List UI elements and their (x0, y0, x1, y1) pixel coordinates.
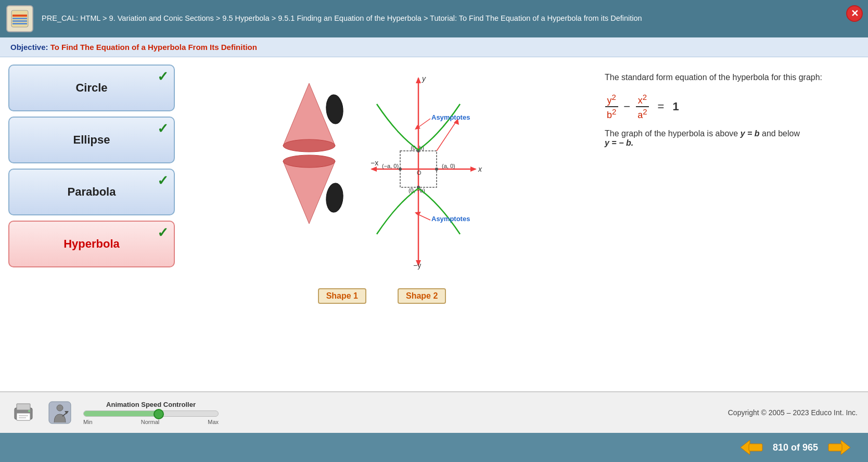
content-row: Circle ✓ Ellipse ✓ Parabola ✓ Hyperbola … (0, 57, 868, 391)
hyperbola-diagram: y x −y −x (0, b) (0, −b) (a, 0) (−a, 0) … (278, 68, 486, 286)
shape-buttons: Shape 1 Shape 2 (318, 288, 446, 304)
graph-desc-text2: and below (762, 129, 800, 138)
svg-point-42 (28, 410, 30, 412)
svg-text:O: O (417, 170, 422, 176)
speed-ticks: Min Normal Max (83, 419, 219, 425)
asymptotes-label-top: Asymptotes (431, 113, 470, 121)
svg-text:x: x (478, 165, 482, 173)
graph-desc-text1: The graph of the hyperbola is above (605, 129, 738, 138)
y-equals-neg-b: y = − b. (605, 138, 633, 147)
shape2-button[interactable]: Shape 2 (398, 288, 446, 304)
nav-btn-parabola[interactable]: Parabola ✓ (8, 169, 175, 215)
nav-bottom: 810 of 965 (0, 433, 868, 462)
svg-rect-3 (12, 20, 27, 22)
svg-text:(0, −b): (0, −b) (409, 187, 425, 194)
svg-marker-47 (741, 440, 750, 455)
speed-min-label: Min (83, 419, 93, 425)
fraction-x2-a2: x2 a2 (635, 93, 649, 121)
speed-max-label: Max (208, 419, 219, 425)
speed-normal-label: Normal (141, 419, 159, 425)
asymptotes-label-bottom: Asymptotes (431, 215, 470, 223)
nav-btn-hyperbola[interactable]: Hyperbola ✓ (8, 221, 175, 267)
svg-rect-48 (749, 444, 762, 451)
hyperbola-check: ✓ (157, 225, 169, 241)
equals-sign: = (658, 100, 665, 113)
fraction-y2-b2: y2 b2 (605, 93, 618, 121)
speed-track[interactable] (83, 410, 219, 417)
run-button[interactable] (47, 400, 73, 426)
graph-area: y x −y −x (0, b) (0, −b) (a, 0) (−a, 0) … (371, 74, 482, 270)
svg-marker-49 (841, 440, 850, 455)
objective-label: Objective: (10, 43, 48, 52)
graph-description: The graph of the hyperbola is above y = … (605, 129, 844, 148)
app-icon (6, 5, 33, 32)
svg-line-31 (437, 120, 457, 151)
svg-marker-15 (470, 166, 477, 172)
equals-one: 1 (672, 100, 679, 113)
svg-point-8 (283, 155, 335, 168)
equation-line: y2 b2 − x2 a2 = 1 (605, 93, 844, 121)
svg-text:−y: −y (413, 261, 421, 270)
nav-btn-circle[interactable]: Circle ✓ (8, 65, 175, 111)
parabola-check: ✓ (157, 173, 169, 189)
speed-thumb[interactable] (154, 409, 164, 419)
svg-rect-38 (17, 404, 30, 410)
svg-marker-16 (371, 166, 377, 172)
copyright-text: Copyright © 2005 – 2023 Educo Int. Inc. (728, 408, 858, 417)
svg-text:y: y (422, 74, 426, 83)
close-button[interactable]: ✕ (846, 5, 863, 22)
prev-page-button[interactable] (738, 437, 764, 458)
cone-shape (283, 83, 344, 224)
objective-value: To Find The Equation of a Hyperbola From… (50, 43, 257, 52)
circle-check: ✓ (157, 69, 169, 85)
svg-point-29 (435, 168, 438, 171)
nav-btn-hyperbola-label: Hyperbola (63, 237, 120, 251)
svg-rect-41 (19, 417, 26, 418)
speed-controller: Animation Speed Controller Min Normal Ma… (83, 401, 219, 425)
minus-sign: − (623, 100, 630, 113)
bottom-bar: Animation Speed Controller Min Normal Ma… (0, 391, 868, 433)
svg-rect-40 (19, 415, 28, 416)
ellipse-check: ✓ (157, 121, 169, 137)
svg-rect-39 (17, 413, 30, 420)
page-number: 810 of 965 (773, 442, 818, 453)
y-equals-b: y = b (741, 129, 760, 138)
svg-rect-1 (12, 15, 27, 17)
breadcrumb-text: PRE_CAL: HTML > 9. Variation and Conic S… (42, 12, 642, 24)
svg-rect-50 (828, 444, 842, 451)
svg-marker-13 (416, 77, 421, 83)
main-area: Objective: To Find The Equation of a Hyp… (0, 37, 868, 391)
shape1-button[interactable]: Shape 1 (318, 288, 366, 304)
svg-text:(−a, 0): (−a, 0) (382, 163, 399, 169)
svg-point-10 (325, 183, 344, 213)
svg-point-9 (325, 94, 344, 125)
svg-rect-4 (12, 23, 27, 24)
svg-text:−x: −x (371, 159, 378, 167)
svg-marker-34 (415, 125, 420, 130)
print-button[interactable] (10, 400, 36, 426)
speed-fill (84, 411, 158, 416)
center-panel: y x −y −x (0, b) (0, −b) (a, 0) (−a, 0) … (180, 62, 584, 386)
nav-btn-circle-label: Circle (75, 81, 107, 95)
svg-rect-2 (12, 18, 27, 19)
speed-controller-label: Animation Speed Controller (106, 401, 196, 408)
nav-btn-ellipse-label: Ellipse (73, 133, 110, 147)
svg-text:(a, 0): (a, 0) (442, 163, 455, 169)
svg-point-6 (283, 139, 335, 152)
left-panel: Circle ✓ Ellipse ✓ Parabola ✓ Hyperbola … (8, 62, 175, 386)
right-panel: The standard form equation of the hyperb… (589, 62, 860, 386)
objective-bar: Objective: To Find The Equation of a Hyp… (0, 37, 868, 57)
equation-box: y2 b2 − x2 a2 = 1 (605, 93, 844, 121)
svg-point-30 (399, 168, 402, 171)
title-bar: PRE_CAL: HTML > 9. Variation and Conic S… (0, 0, 868, 37)
nav-btn-parabola-label: Parabola (68, 185, 116, 199)
next-page-button[interactable] (826, 437, 852, 458)
nav-btn-ellipse[interactable]: Ellipse ✓ (8, 117, 175, 163)
equation-description: The standard form equation of the hyperb… (605, 73, 844, 82)
svg-point-44 (57, 405, 63, 411)
